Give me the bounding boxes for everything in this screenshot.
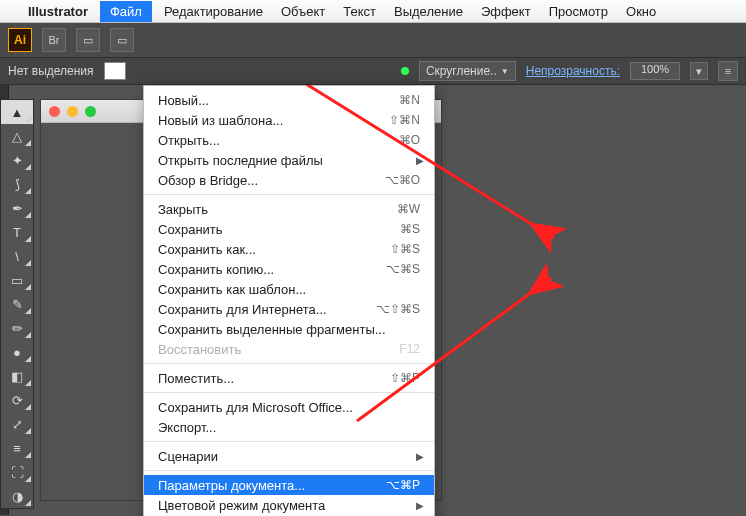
menu-item[interactable]: Сохранить⌘S bbox=[144, 219, 434, 239]
menu-item[interactable]: Сохранить как шаблон... bbox=[144, 279, 434, 299]
selection-status: Нет выделения bbox=[8, 64, 94, 78]
menu-item-label: Поместить... bbox=[158, 371, 380, 386]
menu-item-label: Обзор в Bridge... bbox=[158, 173, 375, 188]
tool-panel: ▲△✦⟆✒T\▭✎✏●◧⟳⤢≡⛶◑ bbox=[0, 99, 34, 509]
menu-item-label: Сохранить выделенные фрагменты... bbox=[158, 322, 420, 337]
menu-item-shortcut: ⌥⇧⌘S bbox=[376, 302, 420, 316]
tool-free-transform[interactable]: ⛶ bbox=[1, 460, 33, 484]
menu-item-shortcut: ⌥⌘S bbox=[386, 262, 420, 276]
menu-item-label: Новый... bbox=[158, 93, 389, 108]
close-icon[interactable] bbox=[49, 106, 60, 117]
menu-item[interactable]: Обзор в Bridge...⌥⌘O bbox=[144, 170, 434, 190]
menu-item-shortcut: ⌥⌘P bbox=[386, 478, 420, 492]
app-toolbar: Ai Br ▭ ▭ bbox=[0, 23, 746, 58]
submenu-arrow-icon: ▶ bbox=[416, 155, 424, 166]
menu-item[interactable]: Цветовой режим документа▶ bbox=[144, 495, 434, 515]
menu-item[interactable]: Закрыть⌘W bbox=[144, 199, 434, 219]
tool-eraser[interactable]: ◧ bbox=[1, 364, 33, 388]
tool-line[interactable]: \ bbox=[1, 244, 33, 268]
menu-item[interactable]: Открыть последние файлы▶ bbox=[144, 150, 434, 170]
menu-item[interactable]: Сохранить для Интернета...⌥⇧⌘S bbox=[144, 299, 434, 319]
tool-scale[interactable]: ⤢ bbox=[1, 412, 33, 436]
menu-item-shortcut: ⌘S bbox=[400, 222, 420, 236]
menu-separator bbox=[144, 363, 434, 364]
opacity-label[interactable]: Непрозрачность: bbox=[526, 64, 620, 78]
menubar-item-файл[interactable]: Файл bbox=[100, 1, 152, 22]
menu-item[interactable]: Сохранить выделенные фрагменты... bbox=[144, 319, 434, 339]
tool-direct-select[interactable]: △ bbox=[1, 124, 33, 148]
zoom-icon[interactable] bbox=[85, 106, 96, 117]
menu-item-label: Открыть... bbox=[158, 133, 389, 148]
menu-item[interactable]: Сценарии▶ bbox=[144, 446, 434, 466]
menu-item-shortcut: ⇧⌘P bbox=[390, 371, 420, 385]
tool-width[interactable]: ≡ bbox=[1, 436, 33, 460]
toolbar-btn-1[interactable]: Br bbox=[42, 28, 66, 52]
menu-item[interactable]: Новый из шаблона...⇧⌘N bbox=[144, 110, 434, 130]
menu-item-shortcut: ⇧⌘N bbox=[389, 113, 420, 127]
menu-separator bbox=[144, 470, 434, 471]
menu-item-label: Сценарии bbox=[158, 449, 420, 464]
tool-rotate[interactable]: ⟳ bbox=[1, 388, 33, 412]
menu-item[interactable]: Поместить...⇧⌘P bbox=[144, 368, 434, 388]
menu-item[interactable]: Сохранить копию...⌥⌘S bbox=[144, 259, 434, 279]
menu-item-label: Сохранить для Интернета... bbox=[158, 302, 366, 317]
menu-separator bbox=[144, 392, 434, 393]
file-menu-dropdown: Новый...⌘NНовый из шаблона...⇧⌘NОткрыть.… bbox=[143, 85, 435, 516]
submenu-arrow-icon: ▶ bbox=[416, 451, 424, 462]
opacity-stepper[interactable]: ▾ bbox=[690, 62, 708, 80]
menu-item-label: Экспорт... bbox=[158, 420, 420, 435]
tool-shape-builder[interactable]: ◑ bbox=[1, 484, 33, 508]
menu-item-label: Параметры документа... bbox=[158, 478, 376, 493]
menubar-item-выделение[interactable]: Выделение bbox=[394, 4, 463, 19]
menu-item-shortcut: ⌥⌘O bbox=[385, 173, 420, 187]
tool-type[interactable]: T bbox=[1, 220, 33, 244]
menu-item[interactable]: Сохранить как...⇧⌘S bbox=[144, 239, 434, 259]
menu-item-label: Новый из шаблона... bbox=[158, 113, 379, 128]
menu-item-shortcut: ⇧⌘S bbox=[390, 242, 420, 256]
tool-magic-wand[interactable]: ✦ bbox=[1, 148, 33, 172]
menu-item-label: Сохранить как... bbox=[158, 242, 380, 257]
menu-item[interactable]: Сохранить для Microsoft Office... bbox=[144, 397, 434, 417]
menu-item[interactable]: Экспорт... bbox=[144, 417, 434, 437]
menu-item-label: Восстановить bbox=[158, 342, 389, 357]
menu-separator bbox=[144, 441, 434, 442]
submenu-arrow-icon: ▶ bbox=[416, 500, 424, 511]
menubar-item-эффект[interactable]: Эффект bbox=[481, 4, 531, 19]
menu-item-shortcut: ⌘W bbox=[397, 202, 420, 216]
chevron-down-icon: ▼ bbox=[501, 67, 509, 76]
menu-item-shortcut: F12 bbox=[399, 342, 420, 356]
menu-item[interactable]: Параметры документа...⌥⌘P bbox=[144, 475, 434, 495]
menu-item[interactable]: Открыть...⌘O bbox=[144, 130, 434, 150]
panel-menu-button[interactable]: ≡ bbox=[718, 61, 738, 81]
toolbar-btn-3[interactable]: ▭ bbox=[110, 28, 134, 52]
rounding-label: Скругление.. bbox=[426, 64, 497, 78]
menubar-item-объект[interactable]: Объект bbox=[281, 4, 325, 19]
menubar-item-просмотр[interactable]: Просмотр bbox=[549, 4, 608, 19]
tool-pencil[interactable]: ✏ bbox=[1, 316, 33, 340]
menu-item-label: Закрыть bbox=[158, 202, 387, 217]
minimize-icon[interactable] bbox=[67, 106, 78, 117]
options-bar: Нет выделения Скругление.. ▼ Непрозрачно… bbox=[0, 58, 746, 85]
rounding-dropdown[interactable]: Скругление.. ▼ bbox=[419, 61, 516, 81]
tool-rectangle[interactable]: ▭ bbox=[1, 268, 33, 292]
menu-separator bbox=[144, 194, 434, 195]
menu-item-label: Цветовой режим документа bbox=[158, 498, 420, 513]
opacity-value[interactable]: 100% bbox=[630, 62, 680, 80]
menu-item: ВосстановитьF12 bbox=[144, 339, 434, 359]
menubar-item-редактирование[interactable]: Редактирование bbox=[164, 4, 263, 19]
menu-item-label: Открыть последние файлы bbox=[158, 153, 420, 168]
mac-menubar: Illustrator ФайлРедактированиеОбъектТекс… bbox=[0, 0, 746, 23]
menubar-item-окно[interactable]: Окно bbox=[626, 4, 656, 19]
menubar-item-текст[interactable]: Текст bbox=[343, 4, 376, 19]
menu-item[interactable]: Новый...⌘N bbox=[144, 90, 434, 110]
menu-item-label: Сохранить bbox=[158, 222, 390, 237]
tool-selection[interactable]: ▲ bbox=[1, 100, 33, 124]
menu-item-shortcut: ⌘N bbox=[399, 93, 420, 107]
tool-pen[interactable]: ✒ bbox=[1, 196, 33, 220]
fill-swatch[interactable] bbox=[104, 62, 126, 80]
tool-lasso[interactable]: ⟆ bbox=[1, 172, 33, 196]
toolbar-btn-2[interactable]: ▭ bbox=[76, 28, 100, 52]
tool-brush[interactable]: ✎ bbox=[1, 292, 33, 316]
app-name: Illustrator bbox=[28, 4, 88, 19]
tool-blob[interactable]: ● bbox=[1, 340, 33, 364]
